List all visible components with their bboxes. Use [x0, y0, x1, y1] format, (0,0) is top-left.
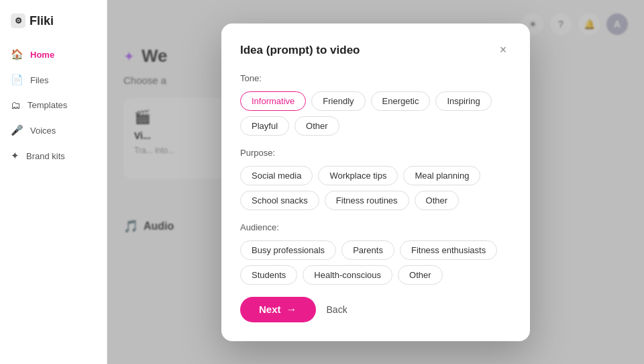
audience-chips: Busy professionals Parents Fitness enthu…: [240, 240, 511, 285]
sidebar-item-files-label: Files: [30, 75, 48, 85]
sidebar-item-brand-kits[interactable]: ✦ Brand kits: [0, 143, 107, 169]
chip-busy-professionals[interactable]: Busy professionals: [240, 240, 336, 260]
tone-label: Tone:: [240, 73, 511, 83]
chip-fitness-routines[interactable]: Fitness routines: [325, 191, 409, 210]
chip-social-media[interactable]: Social media: [240, 166, 313, 185]
chip-health-conscious[interactable]: Health-conscious: [303, 265, 392, 285]
chip-other-audience[interactable]: Other: [398, 265, 443, 285]
sidebar-item-files[interactable]: 📄 Files: [0, 67, 107, 93]
modal-header: Idea (prompt) to video ×: [240, 42, 511, 58]
voices-icon: 🎤: [11, 124, 23, 136]
close-button[interactable]: ×: [495, 42, 511, 58]
next-button[interactable]: Next →: [240, 297, 316, 322]
chip-inspiring[interactable]: Inspiring: [435, 91, 491, 111]
chip-school-snacks[interactable]: School snacks: [240, 191, 319, 210]
app-logo: ⚙ Fliki: [0, 8, 107, 42]
chip-fitness-enthusiasts[interactable]: Fitness enthusiasts: [400, 240, 497, 260]
back-button[interactable]: Back: [327, 304, 347, 315]
files-icon: 📄: [11, 74, 23, 86]
modal-backdrop: Idea (prompt) to video × Tone: Informati…: [107, 0, 644, 364]
chip-friendly[interactable]: Friendly: [311, 91, 365, 111]
sidebar-item-voices-label: Voices: [30, 126, 56, 136]
sidebar-item-templates-label: Templates: [28, 100, 67, 110]
sidebar-item-home[interactable]: 🏠 Home: [0, 42, 107, 67]
modal-footer: Next → Back: [240, 297, 511, 322]
brand-kits-icon: ✦: [11, 150, 19, 162]
arrow-icon: →: [286, 304, 297, 316]
chip-parents[interactable]: Parents: [341, 240, 394, 260]
main-content: ☀ ? 🔔 A ✦ We Choose a 🎬 Vi... Tra... int…: [107, 0, 644, 364]
home-icon: 🏠: [11, 48, 23, 60]
chip-other-purpose[interactable]: Other: [415, 191, 460, 210]
chip-energetic[interactable]: Energetic: [371, 91, 431, 111]
templates-icon: 🗂: [11, 99, 21, 111]
logo-icon: ⚙: [11, 13, 25, 28]
sidebar-item-brand-kits-label: Brand kits: [26, 151, 65, 161]
app-name: Fliki: [30, 14, 54, 28]
sidebar-item-home-label: Home: [30, 50, 54, 60]
modal-title: Idea (prompt) to video: [240, 44, 360, 57]
sidebar-item-templates[interactable]: 🗂 Templates: [0, 93, 107, 118]
purpose-label: Purpose:: [240, 148, 511, 158]
chip-students[interactable]: Students: [240, 265, 297, 285]
sidebar-item-voices[interactable]: 🎤 Voices: [0, 118, 107, 143]
chip-meal-planning[interactable]: Meal planning: [403, 166, 480, 185]
next-label: Next: [259, 304, 281, 315]
purpose-chips: Social media Workplace tips Meal plannin…: [240, 166, 511, 210]
chip-playful[interactable]: Playful: [240, 116, 289, 136]
chip-informative[interactable]: Informative: [240, 91, 306, 111]
chip-workplace-tips[interactable]: Workplace tips: [318, 166, 398, 185]
audience-label: Audience:: [240, 222, 511, 232]
sidebar: ⚙ Fliki 🏠 Home 📄 Files 🗂 Templates 🎤 Voi…: [0, 0, 107, 364]
tone-chips: Informative Friendly Energetic Inspiring…: [240, 91, 511, 136]
modal-dialog: Idea (prompt) to video × Tone: Informati…: [221, 24, 530, 341]
chip-other-tone[interactable]: Other: [294, 116, 339, 136]
